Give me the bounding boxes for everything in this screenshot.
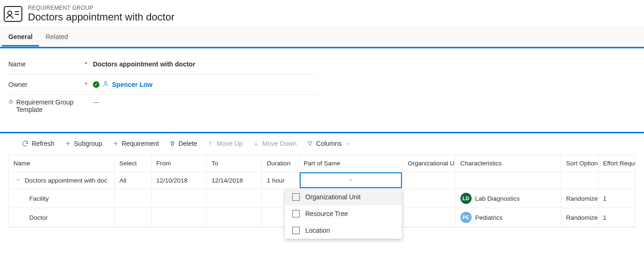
svg-point-1 (8, 11, 12, 15)
lock-icon (8, 98, 13, 106)
presence-available-icon: ✓ (93, 81, 99, 88)
subgroup-button[interactable]: Subgroup (61, 138, 106, 149)
cell-from[interactable] (151, 189, 207, 208)
cell-effort[interactable]: 1 (598, 208, 635, 227)
cell-select[interactable] (115, 208, 151, 227)
person-icon (102, 80, 109, 89)
col-header-to[interactable]: To (207, 155, 262, 172)
move-up-button: Move Up (204, 138, 246, 149)
grid-toolbar: Refresh Subgroup Requirement Delete Move… (0, 133, 644, 155)
part-of-same-dropdown: Organizational Unit Resource Tree Locati… (285, 189, 402, 239)
col-header-from[interactable]: From (151, 155, 207, 172)
col-header-characteristics[interactable]: Characteristics (455, 155, 561, 172)
dropdown-option-resource-tree[interactable]: Resource Tree (285, 205, 402, 222)
cell-sort[interactable]: Randomize (561, 208, 598, 227)
dropdown-option-location[interactable]: Location (285, 222, 402, 239)
row-name: Doctors appointment with doc (25, 177, 107, 184)
field-name[interactable]: Name * Doctors appointment with doctor (8, 54, 317, 74)
char-text: Pediatrics (475, 214, 503, 221)
entity-type-label: REQUIREMENT GROUP (28, 5, 175, 11)
required-indicator: * (83, 81, 89, 88)
refresh-icon (21, 140, 29, 147)
checkbox-icon[interactable] (292, 210, 300, 217)
chevron-down-icon (346, 141, 351, 146)
col-header-duration[interactable]: Duration (262, 155, 299, 172)
checkbox-icon[interactable] (292, 193, 300, 201)
char-text: Lab Diagnostics (475, 195, 520, 202)
chevron-down-icon (348, 177, 354, 184)
arrow-up-icon (207, 140, 214, 147)
page-header: REQUIREMENT GROUP Doctors appointment wi… (0, 0, 644, 27)
tree-node[interactable]: Doctors appointment with doc (9, 172, 115, 189)
cell-characteristics[interactable]: LD Lab Diagnostics (456, 189, 562, 208)
field-template-value: --- (93, 98, 99, 106)
table-row[interactable]: Doctors appointment with doc All 12/10/2… (9, 172, 635, 189)
refresh-button[interactable]: Refresh (18, 138, 58, 149)
plus-icon (112, 140, 119, 147)
svg-rect-0 (4, 7, 22, 21)
requirement-button[interactable]: Requirement (109, 138, 163, 149)
arrow-down-icon (253, 140, 259, 147)
row-name[interactable]: Doctor (9, 208, 115, 227)
cell-to[interactable]: 12/14/2018 (207, 172, 262, 189)
char-badge: PE (460, 212, 472, 223)
row-name[interactable]: Facility (9, 189, 115, 208)
field-name-label: Name (8, 60, 83, 68)
field-template: Requirement Group Template --- (8, 95, 317, 115)
page-title: Doctors appointment with doctor (28, 11, 175, 23)
field-owner-label: Owner (8, 81, 83, 88)
required-indicator: * (83, 60, 89, 68)
columns-button[interactable]: Columns (303, 138, 354, 149)
col-header-orgunit[interactable]: Organizational Unit (403, 155, 455, 172)
cell-sort[interactable]: Randomize (561, 189, 598, 208)
cell-from[interactable] (151, 208, 207, 227)
col-header-effort[interactable]: Effort Require (598, 155, 635, 172)
cell-to[interactable] (207, 208, 262, 227)
checkbox-icon[interactable] (292, 227, 300, 234)
cell-from[interactable]: 12/10/2018 (151, 172, 207, 189)
cell-to[interactable] (207, 189, 262, 208)
field-name-value: Doctors appointment with doctor (89, 60, 317, 68)
col-header-sort[interactable]: Sort Option (561, 155, 598, 172)
col-header-name[interactable]: Name (9, 155, 115, 172)
form-panel: Name * Doctors appointment with doctor O… (0, 48, 325, 121)
grid-header-row: Name Select From To Duration Part of Sam… (9, 155, 635, 172)
cell-effort[interactable]: 1 (598, 189, 635, 208)
cell-select[interactable] (115, 189, 151, 208)
cell-sort[interactable] (561, 172, 598, 189)
tabs-bar: General Related (0, 27, 644, 47)
trash-icon (169, 140, 176, 147)
cell-part-of-same[interactable] (299, 172, 403, 189)
col-header-partofsame[interactable]: Part of Same (299, 155, 403, 172)
char-badge: LD (460, 193, 472, 204)
field-owner-value[interactable]: Spencer Low (112, 81, 152, 88)
cell-characteristics[interactable] (455, 172, 561, 189)
svg-rect-5 (9, 101, 12, 104)
dropdown-option-organizational-unit[interactable]: Organizational Unit (285, 189, 402, 205)
field-owner[interactable]: Owner * ✓ Spencer Low (8, 74, 317, 95)
cell-org[interactable] (403, 208, 456, 227)
col-header-select[interactable]: Select (115, 155, 151, 172)
plus-icon (65, 140, 71, 147)
tab-related[interactable]: Related (39, 27, 74, 46)
cell-org[interactable] (403, 172, 455, 189)
requirements-grid: Name Select From To Duration Part of Sam… (8, 155, 636, 228)
move-down-button: Move Down (249, 138, 300, 149)
svg-point-4 (105, 81, 107, 84)
cell-effort[interactable] (598, 172, 635, 189)
cell-org[interactable] (403, 189, 456, 208)
chevron-down-icon[interactable] (15, 177, 21, 184)
delete-button[interactable]: Delete (165, 138, 201, 149)
tab-general[interactable]: General (2, 27, 39, 46)
requirement-group-icon (4, 5, 22, 23)
cell-duration[interactable]: 1 hour (262, 172, 299, 189)
filter-icon (307, 140, 313, 147)
requirements-grid-section: Refresh Subgroup Requirement Delete Move… (0, 132, 644, 228)
cell-select[interactable]: All (115, 172, 151, 189)
field-template-label: Requirement Group Template (16, 98, 83, 113)
cell-characteristics[interactable]: PE Pediatrics (456, 208, 562, 227)
